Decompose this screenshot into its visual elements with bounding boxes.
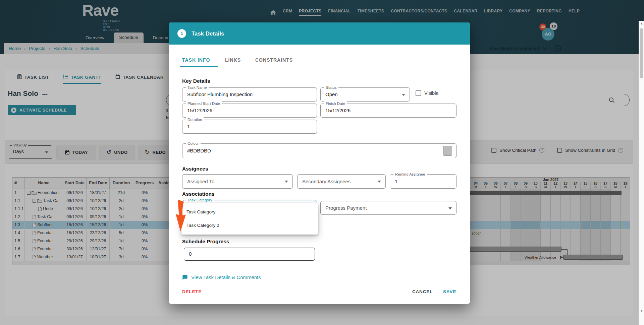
colour-field[interactable]: Colour #BDBDBD: [182, 143, 457, 158]
page-scrollbar[interactable]: ▲ ▼: [639, 21, 644, 325]
section-key-details: Key Details: [182, 78, 210, 84]
chevron-down-icon: [285, 181, 288, 183]
scroll-down-icon[interactable]: ▼: [639, 310, 644, 313]
section-schedule-progress: Schedule Progress: [182, 239, 229, 245]
scroll-up-icon[interactable]: ▲: [639, 22, 644, 25]
menu-item-task-category-2[interactable]: Task Category 2: [181, 219, 318, 232]
step-number-badge: 1: [177, 29, 186, 38]
chevron-down-icon: [378, 181, 381, 183]
view-comments-link[interactable]: View Task Details & Comments: [182, 274, 261, 280]
status-select[interactable]: Status Open: [320, 87, 410, 102]
screen: Rave SOFTWARE FOR KIWI BUILDERS CRMPROJE…: [0, 0, 644, 325]
task-details-modal: 1 Task Details TASK INFO LINKS CONSTRAIN…: [169, 22, 470, 304]
save-button[interactable]: SAVE: [443, 289, 456, 294]
chevron-down-icon: [448, 207, 452, 209]
comment-icon: [182, 274, 188, 280]
assigned-to-select[interactable]: Assigned To: [182, 174, 293, 189]
tab-links[interactable]: LINKS: [225, 57, 241, 63]
cancel-button[interactable]: CANCEL: [412, 289, 433, 294]
schedule-progress-field[interactable]: 0: [184, 248, 315, 261]
modal-title: Task Details: [192, 30, 224, 37]
section-associations: Associations: [182, 191, 214, 197]
task-category-dropdown-menu: Task CategoryTask Category 2: [181, 203, 318, 235]
tab-constraints[interactable]: CONSTRAINTS: [255, 57, 293, 63]
modal-header: 1 Task Details: [169, 22, 470, 45]
task-name-field[interactable]: Task Name Subfloor Plumbing Inspection: [182, 87, 317, 102]
duration-field[interactable]: Duration 1: [182, 120, 317, 134]
chevron-down-icon: [402, 94, 405, 96]
tab-task-info[interactable]: TASK INFO: [182, 57, 210, 63]
progress-payment-select[interactable]: Progress Payment: [320, 201, 457, 215]
remind-assignee-field[interactable]: Remind Assignee 1: [390, 174, 457, 189]
scrollbar-thumb[interactable]: [640, 28, 643, 78]
menu-item-task-category[interactable]: Task Category: [181, 205, 318, 219]
section-assignees: Assignees: [182, 166, 208, 172]
finish-date-field[interactable]: Finish Date 15/12/2026: [320, 104, 457, 118]
delete-button[interactable]: DELETE: [182, 289, 202, 294]
visible-checkbox[interactable]: [416, 90, 421, 96]
colour-swatch[interactable]: [443, 146, 452, 156]
active-tab-underline: [180, 66, 218, 67]
visible-label: Visible: [424, 90, 438, 96]
planned-start-date-field[interactable]: Planned Start Date 15/12/2026: [182, 104, 317, 118]
orange-pointer-arrow: [175, 200, 187, 234]
secondary-assignees-select[interactable]: Secondary Assignees: [297, 174, 386, 189]
